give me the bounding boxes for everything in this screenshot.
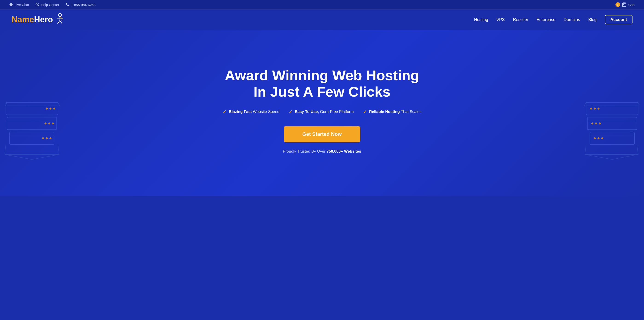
svg-point-1 — [37, 5, 38, 6]
chat-icon — [9, 3, 13, 7]
svg-point-11 — [42, 137, 44, 139]
svg-point-15 — [48, 122, 50, 124]
svg-line-23 — [58, 102, 60, 107]
svg-point-28 — [601, 137, 603, 139]
hero-headline: Award Winning Web Hosting In Just A Few … — [225, 67, 419, 100]
svg-point-20 — [50, 108, 52, 110]
nav-blog[interactable]: Blog — [588, 17, 596, 22]
svg-point-26 — [594, 137, 596, 139]
check-icon-2: ✓ — [289, 109, 292, 115]
main-nav: NameHero Hosting VPS Reseller Enterprise… — [0, 10, 644, 30]
svg-point-2 — [58, 13, 62, 17]
check-icon-3: ✓ — [363, 109, 367, 115]
svg-point-14 — [52, 122, 54, 124]
svg-line-40 — [638, 102, 640, 107]
svg-point-33 — [599, 122, 601, 124]
feature-speed: ✓ Blazing Fast Website Speed — [222, 109, 280, 115]
svg-point-32 — [595, 122, 597, 124]
trust-statement: Proudly Trusted By Over 750,000+ Website… — [283, 149, 361, 154]
nav-domains[interactable]: Domains — [564, 17, 580, 22]
nav-hosting[interactable]: Hosting — [474, 17, 488, 22]
features-row: ✓ Blazing Fast Website Speed ✓ Easy To U… — [222, 109, 422, 115]
logo-name-part: NameHero — [12, 15, 53, 25]
nav-enterprise[interactable]: Enterprise — [536, 17, 556, 22]
svg-point-9 — [50, 137, 52, 139]
nav-links: Hosting VPS Reseller Enterprise Domains … — [474, 17, 632, 22]
help-center-link[interactable]: Help Center — [36, 3, 59, 7]
help-icon — [36, 3, 39, 7]
svg-rect-24 — [590, 132, 634, 144]
svg-point-19 — [53, 108, 55, 110]
server-left-illustration — [4, 63, 69, 163]
svg-line-39 — [584, 102, 586, 107]
live-chat-link[interactable]: Live Chat — [9, 3, 29, 7]
top-bar: Live Chat Help Center 1-855-984-6263 0 C… — [0, 0, 644, 10]
svg-point-36 — [590, 108, 592, 110]
phone-link[interactable]: 1-855-984-6263 — [66, 3, 96, 7]
svg-point-38 — [598, 108, 600, 110]
svg-point-10 — [46, 137, 48, 139]
cart-icon — [622, 2, 626, 7]
feature-reliable: ✓ Reliable Hosting That Scales — [363, 109, 422, 115]
get-started-button[interactable]: Get Started Now — [284, 126, 360, 142]
svg-rect-29 — [588, 117, 637, 130]
svg-point-37 — [594, 108, 596, 110]
svg-line-6 — [60, 21, 62, 24]
server-right-illustration — [575, 63, 640, 163]
logo-figure-icon — [54, 13, 64, 25]
svg-point-16 — [44, 122, 46, 124]
svg-point-31 — [591, 122, 593, 124]
svg-point-21 — [46, 108, 48, 110]
nav-reseller[interactable]: Reseller — [513, 17, 528, 22]
nav-vps[interactable]: VPS — [496, 17, 505, 22]
feature-easy: ✓ Easy To Use, Guru-Free Platform — [289, 109, 354, 115]
nav-account[interactable]: Account — [605, 17, 632, 22]
logo[interactable]: NameHero — [12, 14, 64, 26]
cart-badge: 0 — [616, 2, 620, 7]
svg-point-27 — [598, 137, 600, 139]
check-icon-1: ✓ — [222, 109, 226, 115]
phone-icon — [66, 3, 69, 7]
svg-line-5 — [58, 21, 60, 24]
hero-section: Award Winning Web Hosting In Just A Few … — [0, 30, 644, 196]
cart-area[interactable]: 0 Cart — [616, 2, 635, 7]
top-bar-left: Live Chat Help Center 1-855-984-6263 — [9, 3, 96, 7]
